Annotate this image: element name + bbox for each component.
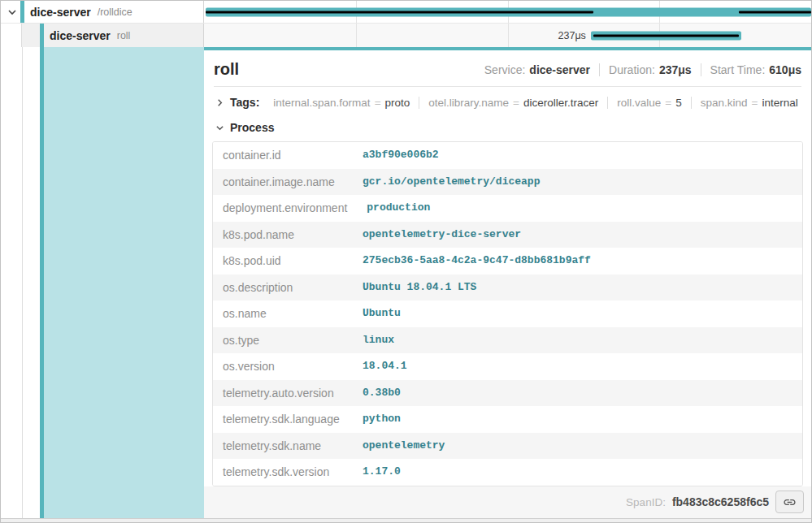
tag-equals: = (752, 97, 758, 109)
attribute-key: k8s.pod.uid (213, 248, 353, 274)
overview-label: Duration: (609, 63, 655, 76)
attribute-value: gcr.io/opentelemetry/diceapp (353, 169, 802, 196)
attribute-value: opentelemetry (353, 433, 802, 460)
tags-summary: internal.span.format=proto otel.library.… (264, 97, 806, 109)
indent-guide-line (22, 47, 23, 518)
attribute-key: os.type (213, 327, 353, 354)
attribute-value: production (357, 195, 802, 222)
process-section-toggle[interactable]: Process (204, 114, 811, 140)
tag-equals: = (513, 97, 519, 109)
tag-value: internal (762, 97, 797, 109)
tag-key: roll.value (617, 97, 661, 109)
span-tree-gutter (1, 47, 204, 518)
service-name: dice-server (30, 6, 91, 19)
attribute-value: opentelemetry-dice-server (353, 222, 802, 249)
attribute-value: Ubuntu 18.04.1 LTS (353, 274, 802, 301)
overview-value: 610μs (769, 63, 801, 76)
attribute-value: 18.04.1 (353, 353, 802, 380)
attribute-value: a3bf90e006b2 (353, 142, 802, 169)
attribute-value: 0.38b0 (353, 380, 802, 407)
attribute-key: deployment.environment (213, 195, 357, 222)
table-row: deployment.environment production (213, 195, 802, 222)
service-name: dice-server (50, 29, 111, 42)
attribute-value: python (353, 406, 802, 433)
selected-span-fill (44, 47, 204, 518)
span-bar[interactable] (591, 31, 741, 40)
span-name-cell[interactable]: dice-server roll (1, 24, 204, 47)
table-row: k8s.pod.uid 275ecb36-5aa8-4c2a-9c47-d8bb… (213, 248, 802, 274)
table-row: os.description Ubuntu 18.04.1 LTS (213, 274, 802, 301)
span-row-rolldice[interactable]: dice-server /rolldice (1, 1, 811, 24)
overview-item: Start Time:610μs (701, 63, 801, 76)
span-name-cell[interactable]: dice-server /rolldice (1, 1, 204, 23)
tag-item: span.kind=internal (691, 97, 807, 109)
attribute-key: telemetry.sdk.language (213, 406, 353, 433)
span-rows: dice-server /rolldice dice-server roll 2… (1, 1, 811, 47)
timeline-gridline (508, 24, 509, 47)
jaeger-trace-detail-view: dice-server /rolldice dice-server roll 2… (0, 0, 812, 523)
table-row: telemetry.sdk.name opentelemetry (213, 433, 802, 460)
service-color-bar (20, 1, 24, 23)
timeline-cell (204, 1, 811, 23)
tag-equals: = (375, 97, 381, 109)
table-row: telemetry.sdk.version 1.17.0 (213, 459, 802, 486)
span-overview: Service:dice-server Duration:237μs Start… (475, 63, 801, 76)
link-icon (783, 495, 797, 509)
tag-key: otel.library.name (428, 97, 509, 109)
table-row: container.id a3bf90e006b2 (213, 142, 802, 169)
tag-key: internal.span.format (273, 97, 370, 109)
overview-value: dice-server (529, 63, 590, 76)
tag-value: diceroller.tracer (523, 97, 598, 109)
tag-key: span.kind (701, 97, 748, 109)
span-bar[interactable] (206, 7, 811, 16)
attribute-value: 1.17.0 (353, 459, 802, 486)
table-row: container.image.name gcr.io/opentelemetr… (213, 169, 802, 196)
chevron-down-icon[interactable] (7, 7, 17, 17)
attribute-value: Ubuntu (353, 300, 802, 327)
timeline-cell: 237μs (204, 24, 811, 47)
span-row-roll[interactable]: dice-server roll 237μs (1, 24, 811, 47)
table-row: os.name Ubuntu (213, 300, 802, 327)
critical-path-segment (739, 11, 811, 13)
attribute-key: telemetry.sdk.version (213, 459, 353, 486)
critical-path-segment (206, 11, 593, 13)
span-operation-title: roll (214, 60, 239, 79)
spanid-label: SpanID: (626, 496, 666, 508)
spanid-value: fb483c8c6258f6c5 (672, 495, 769, 508)
span-detail-panel: roll Service:dice-server Duration:237μs … (204, 47, 811, 518)
table-row: os.type linux (213, 327, 802, 354)
overview-value: 237μs (659, 63, 692, 76)
bottom-strip (1, 518, 811, 522)
span-detail-row: roll Service:dice-server Duration:237μs … (1, 47, 811, 518)
overview-item: Service:dice-server (475, 63, 599, 76)
attribute-key: telemetry.auto.version (213, 380, 353, 407)
tag-item: roll.value=5 (607, 97, 690, 109)
attribute-value: linux (353, 327, 802, 354)
service-color-bar (40, 24, 44, 47)
attribute-key: container.image.name (213, 169, 353, 196)
detail-header: roll Service:dice-server Duration:237μs … (214, 50, 801, 87)
process-section-label: Process (230, 121, 274, 134)
operation-name: roll (117, 30, 131, 41)
timeline-gridline (356, 24, 357, 47)
attribute-key: k8s.pod.name (213, 222, 353, 249)
table-row: telemetry.auto.version 0.38b0 (213, 380, 802, 407)
tags-section-toggle[interactable]: Tags: internal.span.format=proto otel.li… (204, 87, 811, 114)
indent-guide (1, 24, 22, 47)
table-row: os.version 18.04.1 (213, 353, 802, 380)
table-row: k8s.pod.name opentelemetry-dice-server (213, 222, 802, 249)
attribute-key: os.description (213, 274, 353, 301)
span-duration-label: 237μs (558, 30, 586, 41)
tag-value: proto (385, 97, 410, 109)
overview-item: Duration:237μs (599, 63, 701, 76)
tag-item: otel.library.name=diceroller.tracer (419, 97, 607, 109)
overview-label: Service: (484, 63, 526, 76)
tag-item: internal.span.format=proto (264, 97, 419, 109)
detail-footer: SpanID: fb483c8c6258f6c5 (204, 486, 811, 519)
chevron-right-icon (215, 98, 224, 107)
attribute-key: telemetry.sdk.name (213, 433, 353, 460)
critical-path-segment (593, 34, 740, 37)
attribute-key: os.name (213, 300, 353, 327)
copy-span-link-button[interactable] (775, 491, 804, 513)
tag-value: 5 (675, 97, 682, 109)
